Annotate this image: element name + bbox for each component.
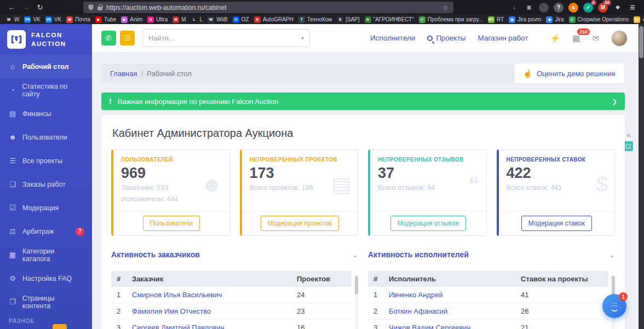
rate-demo-button[interactable]: ☝ Оценить демо решение: [514, 64, 624, 83]
bookmark-label: Jira: [555, 16, 564, 22]
performers-link[interactable]: Исполнители: [370, 34, 415, 42]
chat-widget-button[interactable]: ∷ 1: [602, 294, 626, 318]
column-header: Ставок на проекты: [515, 271, 608, 287]
performer-link[interactable]: Ивченко Андрей: [383, 287, 515, 303]
sidebar-item-dashboard[interactable]: ⌂ Рабочий стол: [0, 55, 92, 78]
bookmark-item[interactable]: А"АГРОИНВЕСТ": [365, 16, 414, 23]
customer-link[interactable]: Сергеев Дмитрий Павлович: [127, 320, 291, 329]
sidebar: FALCON AUCTION ⌂ Рабочий стол ◔ Статисти…: [0, 24, 92, 329]
forward-button[interactable]: →: [19, 3, 33, 11]
bookmark-star-icon[interactable]: ☆: [442, 4, 449, 11]
lightning-icon[interactable]: ⚡: [550, 33, 561, 43]
sidebar-item-catalog-categories[interactable]: ▦ Категории каталога: [0, 243, 92, 267]
bookmark-item[interactable]: RTRT: [488, 16, 504, 23]
bookmark-item[interactable]: ✉Почта: [66, 16, 90, 23]
bookmark-label: Ultra: [156, 16, 168, 22]
bid-moderation-button[interactable]: Модерация ставок: [521, 216, 592, 231]
bookmark-item[interactable]: WWiiB: [208, 16, 228, 23]
messages-icon[interactable]: ✉: [592, 33, 599, 43]
table-row: 1 Ивченко Андрей 41: [368, 287, 608, 303]
reload-button[interactable]: ↻: [33, 3, 47, 11]
chevron-down-icon[interactable]: ⌄: [352, 251, 358, 259]
url-text[interactable]: https://auction.web-automation.ru/cabine…: [106, 4, 439, 11]
bookmark-item[interactable]: VKVK: [24, 16, 40, 23]
phone-button[interactable]: ✆: [101, 31, 116, 45]
customer-link[interactable]: Смирнов Илья Васильевич: [127, 287, 291, 303]
extension-icon[interactable]: ✓ 2: [583, 3, 593, 13]
performer-link[interactable]: Боткин Афанасий: [383, 303, 515, 320]
bookmark-favicon: ◆: [509, 16, 515, 23]
info-banner[interactable]: ! Важная информация по решению Falcon Au…: [101, 93, 625, 110]
library-icon[interactable]: ≣: [524, 3, 534, 13]
table-scrollbar[interactable]: [355, 276, 358, 329]
chevron-down-icon[interactable]: ⌄: [609, 251, 615, 259]
download-icon[interactable]: ↓: [509, 3, 519, 13]
table-title: Активность заказчиков: [111, 250, 200, 259]
bookmark-item[interactable]: ◆Jira: [546, 16, 564, 23]
sidebar-item-site-stats[interactable]: ◔ Статистика по сайту: [0, 78, 92, 102]
antivirus-extension-icon[interactable]: a: [568, 3, 578, 13]
avatar[interactable]: [611, 30, 628, 47]
bookmark-item[interactable]: CCropwise Operations: [569, 16, 629, 23]
menu-icon[interactable]: ☰: [628, 3, 637, 13]
bookmark-item[interactable]: ▶Anim: [121, 16, 142, 23]
tracking-shield-icon[interactable]: [88, 4, 94, 10]
bookmark-item[interactable]: WW: [5, 16, 19, 23]
bookmark-item[interactable]: VKVK: [45, 16, 61, 23]
bookmark-item[interactable]: MM: [173, 16, 186, 23]
mail-extension-icon[interactable]: M 10: [598, 3, 608, 13]
profile-icon[interactable]: [539, 3, 549, 13]
sidebar-item-arbitration[interactable]: ⚖ Арбитраж 7: [0, 220, 92, 243]
customer-link[interactable]: Фамилия Имя Отчество: [127, 303, 291, 320]
sidebar-item-all-projects[interactable]: ☰ Все проекты: [0, 149, 92, 172]
window-scrollbar[interactable]: [639, 24, 644, 329]
bookmark-item[interactable]: OOZ: [233, 16, 249, 23]
bookmark-item[interactable]: AAutoGRAPH: [254, 16, 294, 23]
sidebar-item-work-orders[interactable]: ❑ Заказы работ: [0, 172, 92, 196]
breadcrumb-home-link[interactable]: Главная: [110, 70, 137, 78]
work-shop-link[interactable]: Магазин работ: [478, 34, 528, 42]
stat-card-value: 422: [507, 165, 607, 182]
stat-card-category: НЕПРОВЕРЕННЫХ СТАВОК: [507, 157, 607, 163]
quick-menu-button[interactable]: ☰: [120, 31, 135, 45]
brand[interactable]: FALCON AUCTION: [0, 24, 92, 55]
sidebar-bottom-button[interactable]: [53, 324, 67, 329]
window-scrollbar-thumb[interactable]: [639, 26, 643, 58]
sidebar-item-moderation[interactable]: ☑ Модерация: [0, 196, 92, 220]
table-scrollbar-thumb[interactable]: [355, 276, 358, 295]
bookmark-item[interactable]: ◆Jira psvrn: [509, 16, 541, 23]
row-num: 1: [111, 287, 127, 303]
bookmark-item[interactable]: UUltra: [147, 16, 168, 23]
bookmark-item[interactable]: ✓Проблема при загру...: [419, 16, 483, 23]
pages-icon: ❐: [8, 298, 17, 306]
bookmark-item[interactable]: ★«Для тебя, Бессмерт...: [634, 16, 644, 23]
sidebar-item-finances[interactable]: ▤ Финансы: [0, 102, 92, 125]
chat-bot-eyes: ∷: [612, 301, 617, 308]
account-icon[interactable]: ?: [554, 3, 564, 13]
dollar-watermark-icon: $: [596, 174, 608, 195]
bookmark-item[interactable]: LL: [191, 16, 203, 23]
table-scrollbar-thumb[interactable]: [612, 276, 615, 295]
card-icon: ▤: [8, 109, 17, 118]
project-moderation-button[interactable]: Модерация проектов: [261, 216, 339, 231]
bookmark-label: W: [14, 16, 19, 22]
performer-link[interactable]: Чижов Вадим Сергеевич: [383, 320, 515, 329]
search-select[interactable]: Найти... ▾: [142, 29, 310, 47]
bookmark-favicon: S: [337, 16, 343, 23]
extensions-puzzle-icon[interactable]: ❖: [613, 3, 623, 13]
bookmark-item[interactable]: ▶Tube: [95, 16, 116, 23]
projects-link[interactable]: Проекты: [427, 34, 465, 42]
users-button[interactable]: Пользователи: [143, 216, 200, 231]
notifications-button[interactable]: ▦ 210: [572, 33, 580, 43]
panel-collapse-control[interactable]: «: [626, 130, 631, 139]
bookmark-item[interactable]: S[SAP]: [337, 16, 360, 23]
sidebar-item-users[interactable]: ☻ Пользователи: [0, 125, 92, 149]
back-button[interactable]: ←: [4, 3, 19, 11]
sidebar-item-faq-settings[interactable]: ⚙ Настройка FAQ: [0, 267, 92, 290]
bookmark-favicon: W: [208, 16, 214, 23]
table-row: 2 Боткин Афанасий 26: [368, 303, 608, 320]
sidebar-item-content-pages[interactable]: ❐ Страницы контента: [0, 290, 92, 314]
bookmark-item[interactable]: ТТехноКом: [298, 16, 332, 23]
review-moderation-button[interactable]: Модерация отзывов: [390, 216, 466, 231]
address-bar[interactable]: https://auction.web-automation.ru/cabine…: [83, 2, 453, 13]
